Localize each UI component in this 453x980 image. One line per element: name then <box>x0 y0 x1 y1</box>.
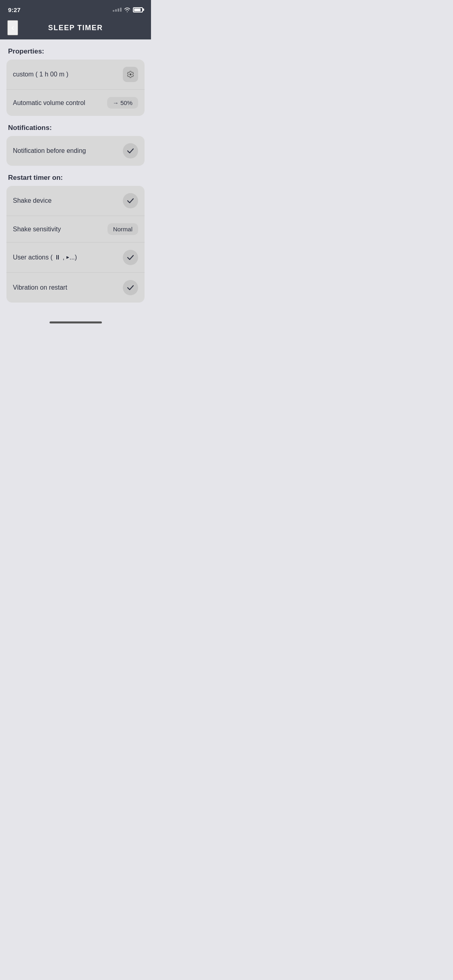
custom-timer-label: custom ( 1 h 00 m ) <box>13 71 68 78</box>
user-actions-label: User actions ( ⏸ , ▶...) <box>13 254 77 261</box>
user-actions-check[interactable] <box>123 250 138 265</box>
vibration-restart-check[interactable] <box>123 280 138 295</box>
check-icon <box>127 285 134 290</box>
notifications-header: Notifications: <box>8 124 145 132</box>
shake-sensitivity-row: Shake sensitivity Normal <box>6 216 145 242</box>
shake-sensitivity-badge[interactable]: Normal <box>108 223 138 235</box>
auto-volume-label: Automatic volume control <box>13 99 85 107</box>
battery-icon <box>133 7 143 12</box>
wifi-icon <box>124 7 130 12</box>
home-indicator <box>50 321 102 323</box>
page-title: SLEEP TIMER <box>48 24 103 32</box>
notif-before-ending-label: Notification before ending <box>13 147 86 154</box>
notif-before-ending-row: Notification before ending <box>6 136 145 166</box>
restart-timer-header: Restart timer on: <box>8 174 145 182</box>
gear-button[interactable] <box>123 67 138 82</box>
content-area: Properties: custom ( 1 h 00 m ) Automati… <box>0 39 151 313</box>
shake-device-label: Shake device <box>13 197 52 204</box>
status-time: 9:27 <box>8 6 21 13</box>
auto-volume-badge[interactable]: → 50% <box>107 97 138 109</box>
notif-before-ending-check[interactable] <box>123 143 138 159</box>
shake-device-row: Shake device <box>6 186 145 216</box>
status-bar: 9:27 <box>0 0 151 18</box>
status-icons <box>113 7 143 12</box>
auto-volume-row: Automatic volume control → 50% <box>6 89 145 116</box>
notifications-card: Notification before ending <box>6 136 145 166</box>
check-icon <box>127 255 134 260</box>
back-button[interactable]: ‹ <box>7 20 18 35</box>
shake-sensitivity-label: Shake sensitivity <box>13 226 61 233</box>
vibration-restart-row: Vibration on restart <box>6 272 145 303</box>
check-icon <box>127 198 134 204</box>
check-icon <box>127 148 134 154</box>
signal-icon <box>113 8 122 12</box>
restart-timer-card: Shake device Shake sensitivity Normal Us… <box>6 186 145 303</box>
user-actions-row: User actions ( ⏸ , ▶...) <box>6 242 145 272</box>
properties-card: custom ( 1 h 00 m ) Automatic volume con… <box>6 60 145 116</box>
gear-icon <box>127 71 134 78</box>
vibration-restart-label: Vibration on restart <box>13 284 67 291</box>
properties-header: Properties: <box>8 47 145 56</box>
nav-bar: ‹ SLEEP TIMER <box>0 18 151 39</box>
custom-timer-row: custom ( 1 h 00 m ) <box>6 60 145 89</box>
shake-device-check[interactable] <box>123 193 138 208</box>
